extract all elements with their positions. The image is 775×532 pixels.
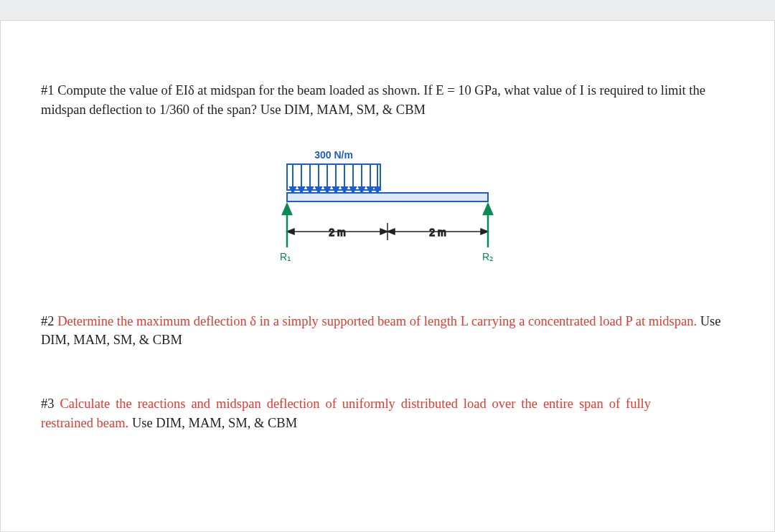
svg-marker-32 <box>283 204 291 214</box>
beam-svg: 300 N/m <box>273 148 502 277</box>
svg-marker-5 <box>307 187 313 193</box>
dimension-group: 2 m 2 m <box>287 220 488 243</box>
reactions-group: R₁ R₂ <box>280 204 494 262</box>
svg-marker-29 <box>388 229 395 234</box>
load-label: 300 N/m <box>314 149 353 161</box>
reaction-right-label: R₂ <box>482 251 494 262</box>
problem-1: #1 Compute the value of EIδ at midspan f… <box>41 81 734 120</box>
beam-rect <box>287 193 488 201</box>
svg-marker-30 <box>481 229 488 234</box>
svg-marker-7 <box>316 187 321 193</box>
svg-marker-15 <box>350 187 356 193</box>
svg-marker-34 <box>484 204 492 214</box>
svg-marker-9 <box>324 187 330 193</box>
span-left-label: 2 m <box>329 227 345 238</box>
problem-1-number: #1 <box>41 83 55 98</box>
document-page: #1 Compute the value of EIδ at midspan f… <box>0 20 775 532</box>
problem-2-number: #2 <box>41 314 55 328</box>
reaction-left-label: R₁ <box>280 251 291 262</box>
svg-marker-13 <box>342 187 347 193</box>
svg-marker-17 <box>359 187 365 193</box>
svg-marker-19 <box>367 187 373 193</box>
svg-marker-3 <box>299 187 304 193</box>
problem-1-methods: Use DIM, MAM, SM, & CBM <box>260 103 426 117</box>
problem-2: #2 Determine the maximum deflection δ in… <box>41 312 734 351</box>
beam-figure: 300 N/m <box>41 148 734 277</box>
svg-marker-11 <box>333 187 339 193</box>
problem-3: #3 Calculate the reactions and midspan d… <box>41 394 651 433</box>
problem-3-methods: Use DIM, MAM, SM, & CBM <box>132 416 297 430</box>
svg-marker-1 <box>290 187 296 193</box>
load-arrows-group <box>290 164 380 193</box>
problem-1-text-a: Compute the value of EIδ at midspan for … <box>57 83 580 98</box>
svg-marker-21 <box>375 187 380 193</box>
problem-3-number: #3 <box>41 396 55 411</box>
spacer <box>41 379 734 394</box>
problem-2-text: Determine the maximum deflection δ in a … <box>57 314 697 328</box>
span-right-label: 2 m <box>429 227 446 238</box>
svg-marker-26 <box>287 229 294 234</box>
